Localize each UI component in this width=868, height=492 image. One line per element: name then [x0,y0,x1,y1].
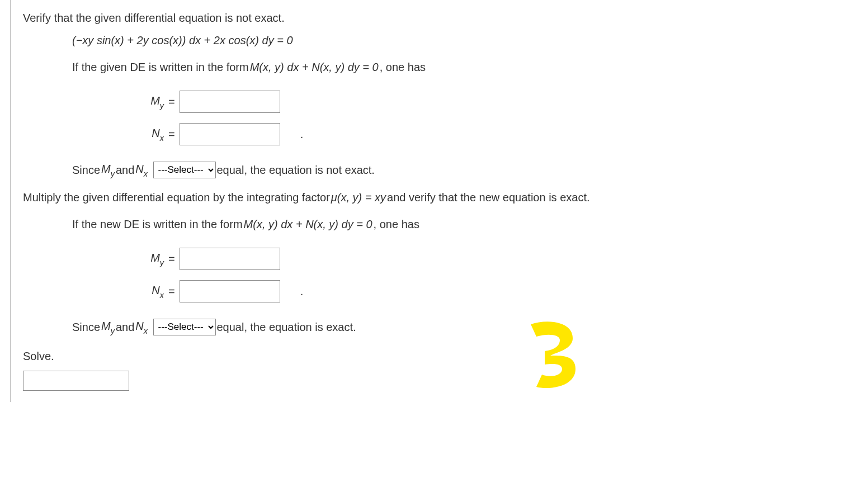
nx-label-1: Nx [133,127,164,141]
my-row-2: My = [133,248,868,270]
select-exact-1[interactable]: ---Select--- [153,162,216,178]
nx-row-2: Nx = . [133,280,868,302]
my-label-2: My [133,252,164,266]
equals-text: = [168,285,175,298]
solve-label: Solve. [11,350,868,363]
period-text: . [300,128,304,141]
since-line-2: Since My and Nx ---Select--- equal, the … [11,317,356,337]
period-text: . [300,285,304,298]
form-description-2: If the new DE is written in the form M(x… [11,215,419,233]
since-line-1: Since My and Nx ---Select--- equal, the … [11,160,375,179]
equals-text: = [168,128,175,141]
equals-text: = [168,96,175,108]
multiply-instruction: Multiply the given differential equation… [11,188,590,206]
equals-text: = [168,253,175,266]
intro-text: Verify that the given differential equat… [11,9,868,27]
nx-input-2[interactable] [180,280,280,302]
nx-input-1[interactable] [180,123,280,145]
nx-label-2: Nx [133,284,164,299]
my-row-1: My = [133,91,868,113]
my-input-1[interactable] [180,91,280,113]
select-exact-2[interactable]: ---Select--- [153,319,216,335]
solve-input[interactable] [23,371,129,391]
differential-equation: (−xy sin(x) + 2y cos(x)) dx + 2x cos(x) … [11,31,868,49]
my-label-1: My [133,94,164,109]
nx-row-1: Nx = . [133,123,868,145]
my-input-2[interactable] [180,248,280,270]
form-description-1: If the given DE is written in the form M… [11,58,426,76]
